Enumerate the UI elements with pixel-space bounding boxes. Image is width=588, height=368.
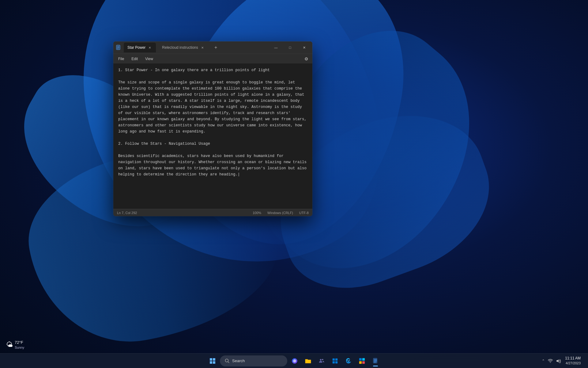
svg-rect-7 [210,361,212,364]
svg-rect-16 [333,361,335,363]
tab-relecloud[interactable]: Relecloud instructions ✕ [158,43,208,52]
start-button[interactable] [206,355,219,367]
titlebar: Star Power ✕ Relecloud instructions ✕ + … [113,41,312,54]
tab-close-button[interactable]: ✕ [147,45,152,50]
search-icon [225,358,230,363]
clock-time: 11:11 AM [565,356,581,361]
wifi-icon[interactable] [547,358,553,364]
notepad-taskbar-button[interactable] [369,355,382,367]
tab-relecloud-close[interactable]: ✕ [200,45,205,50]
content-body1: The size and scope of a single galaxy is… [118,80,309,134]
system-tray: ⌃ 11:11 AM [541,355,583,366]
search-box[interactable]: Search [220,355,287,366]
store-button[interactable] [356,355,368,367]
content-heading1: 1. Star Power - In one galaxy there are … [118,68,270,72]
explorer2-icon [332,358,338,364]
svg-rect-14 [333,358,335,360]
system-clock[interactable]: 11:11 AM 4/27/2023 [563,355,583,366]
editor-area[interactable]: 1. Star Power - In one galaxy there are … [113,63,312,209]
cursor-position: Ln 7, Col 292 [117,211,137,215]
weather-condition: Sunny [15,345,24,350]
zoom-level: 100% [253,211,261,215]
menubar-right: ⚙ [301,55,311,63]
windows-logo-icon [210,358,215,364]
edge-icon [345,358,352,364]
copilot-icon [292,358,297,364]
weather-widget[interactable]: 🌤 72°F Sunny [6,340,24,350]
svg-rect-6 [213,358,215,361]
copilot-button[interactable] [288,355,301,367]
titlebar-left: Star Power ✕ Relecloud instructions ✕ + [116,43,269,52]
minimize-button[interactable]: — [269,43,283,52]
taskbar: Search [0,353,588,368]
svg-rect-8 [213,361,215,364]
titlebar-controls: — □ ✕ [269,43,311,52]
notepad-taskbar-icon [372,358,379,364]
taskbar-center: Search [206,355,382,367]
svg-rect-22 [373,358,377,363]
svg-point-13 [320,359,322,361]
active-tab[interactable]: Star Power ✕ [124,43,156,52]
svg-rect-5 [210,358,212,361]
clock-date: 4/27/2023 [565,361,581,366]
tab-relecloud-label: Relecloud instructions [162,45,198,50]
file-explorer-button[interactable] [302,355,314,367]
content-body2: Besides scientific academics, stars have… [118,154,309,177]
weather-icon: 🌤 [6,341,13,349]
weather-temperature: 72°F [15,340,24,345]
menubar: File Edit View ⚙ [113,54,312,63]
new-tab-button[interactable]: + [212,43,220,52]
menu-file[interactable]: File [115,56,128,62]
teams-icon [318,358,325,364]
tab-container: Star Power ✕ [124,43,156,52]
tray-overflow-button[interactable]: ⌃ [541,358,546,364]
edge-button[interactable] [342,355,355,367]
svg-rect-15 [335,358,337,360]
notepad-window: Star Power ✕ Relecloud instructions ✕ + … [113,41,312,216]
teams-button[interactable] [315,355,328,367]
store-icon [359,358,365,364]
volume-icon[interactable] [555,358,561,364]
line-ending: Windows (CRLF) [267,211,293,215]
svg-point-12 [294,360,295,362]
svg-rect-17 [335,361,337,363]
svg-rect-18 [359,358,362,360]
settings-button[interactable]: ⚙ [301,55,311,63]
tray-icons [547,358,561,364]
tab-label: Star Power [127,45,145,50]
menu-view[interactable]: View [141,56,157,62]
svg-rect-20 [359,361,362,363]
file-explorer-icon [305,358,311,364]
notepad-app-icon [116,45,121,50]
close-button[interactable]: ✕ [297,43,311,52]
content-heading2: 2. Follow the Stars - Navigational Usage [118,142,210,146]
menu-edit[interactable]: Edit [128,56,141,62]
statusbar-right: 100% Windows (CRLF) UTF-8 [253,211,309,215]
encoding: UTF-8 [299,211,309,215]
explorer2-button[interactable] [329,355,341,367]
weather-info: 72°F Sunny [15,340,24,350]
search-label: Search [232,358,245,363]
svg-rect-21 [362,361,365,363]
maximize-button[interactable]: □ [283,43,297,52]
svg-line-10 [228,362,229,363]
statusbar: Ln 7, Col 292 100% Windows (CRLF) UTF-8 [113,209,312,216]
svg-rect-19 [362,358,365,360]
